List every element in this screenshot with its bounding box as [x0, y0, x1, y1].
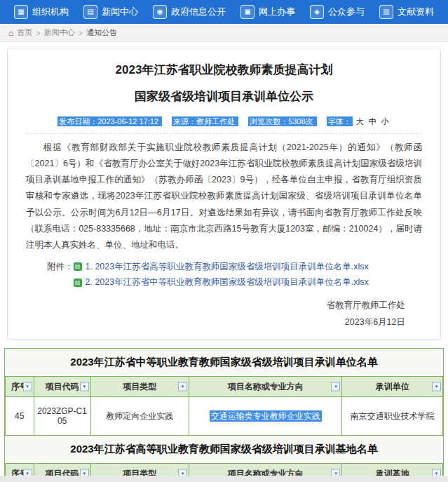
filter-dropdown-icon[interactable]: ▾: [178, 382, 187, 391]
cell-serial: 45: [6, 397, 34, 436]
nav-item-news-center[interactable]: ▤ 新闻中心: [83, 5, 138, 19]
filter-dropdown-icon[interactable]: ▾: [80, 382, 89, 391]
signature-date: 2023年6月12日: [26, 314, 405, 331]
participation-icon: ◈: [310, 5, 324, 19]
article-paragraph: 根据《教育部财政部关于实施职业院校教师素质提高计划（2021-2025年）的通知…: [26, 140, 422, 253]
view-count-value: 5308次: [288, 117, 313, 126]
header-project-type: 项目类型▾: [90, 377, 189, 397]
page-title-line1: 2023年江苏省职业院校教师素质提高计划: [26, 61, 422, 79]
nav-label-news-center: 新闻中心: [102, 6, 138, 18]
nav-label-online-services: 网上办事: [259, 6, 295, 18]
cell-project-code: 2023ZGP-C105: [34, 397, 90, 436]
header-label: 承训单位: [376, 382, 409, 391]
font-size-control: 字体： 大 中 小: [327, 117, 391, 126]
attachment-text-2: 2. 2023年江苏省中等职业教育教师国家级省级培训项目承训单位名单.xlsx: [86, 274, 369, 290]
documents-icon: ▥: [379, 5, 393, 19]
higher-table-title: 2023年江苏省高等职业教育教师国家级省级培训项目承训基地名单: [5, 436, 443, 463]
header-label: 项目代码: [46, 382, 79, 391]
header-project-name: 项目名称或专业方向▾: [189, 377, 342, 397]
article-meta: 发布日期：2023-06-12 17:12 来源：教师工作处 浏览次数：5308…: [26, 116, 422, 134]
filter-dropdown-icon[interactable]: ▾: [432, 382, 441, 391]
secondary-vocational-table: 序号▾ 项目代码▾ 项目类型▾ 项目名称或专业方向▾ 承训单位▾ 45 2023…: [5, 376, 443, 436]
source-value: 教师工作处: [196, 117, 235, 126]
attachment-text-1: 1. 2023年江苏省高等职业教育教师国家级省级培训项目承训单位名单.xlsx: [86, 259, 369, 275]
nav-item-gov-info[interactable]: ◉ 政府信息公开: [153, 5, 226, 19]
nav-item-online-services[interactable]: ▣ 网上办事: [240, 5, 295, 19]
attachments-label: 附件：: [47, 259, 74, 290]
font-size-small[interactable]: 小: [381, 117, 389, 126]
online-services-icon: ▣: [240, 5, 254, 19]
nav-label-organization: 组织机构: [32, 6, 69, 18]
font-size-large[interactable]: 大: [356, 117, 364, 126]
filter-dropdown-icon[interactable]: ▾: [331, 382, 340, 391]
tables-section: 2023年江苏省中等职业教育教师国家级省级培训项目承训单位名单 序号▾ 项目代码…: [4, 348, 444, 482]
header-label: 项目名称或专业方向: [228, 382, 304, 391]
cell-project-name: 交通运输类专业教师企业实践: [189, 397, 342, 436]
excel-file-icon: ▤: [74, 279, 82, 287]
page-bottom-strip: [0, 476, 448, 482]
selected-text: 交通运输类专业教师企业实践: [210, 410, 322, 422]
header-serial: 序号▾: [6, 377, 34, 397]
view-count: 浏览次数：5308次: [248, 116, 317, 126]
attachment-link-2[interactable]: ▤ 2. 2023年江苏省中等职业教育教师国家级省级培训项目承训单位名单.xls…: [74, 274, 369, 290]
breadcrumb-separator: >: [79, 29, 83, 37]
nav-item-public-participation[interactable]: ◈ 公众参与: [310, 5, 365, 19]
signature-org: 省教育厅教师工作处: [26, 297, 405, 314]
nav-item-documents[interactable]: ▥ 文献资料: [379, 5, 434, 19]
breadcrumb-home[interactable]: 首页: [17, 27, 32, 38]
publish-date: 发布日期：2023-06-12 17:12: [57, 116, 162, 126]
nav-label-gov-info: 政府信息公开: [171, 6, 226, 18]
table-header-row: 序号▾ 项目代码▾ 项目类型▾ 项目名称或专业方向▾ 承训单位▾: [6, 377, 443, 397]
header-project-code: 项目代码▾: [34, 377, 90, 397]
breadcrumb: ⌂ 首页 > 新闻中心 > 通知公告: [0, 24, 448, 42]
secondary-table-title: 2023年江苏省中等职业教育教师国家级省级培训项目承训单位名单: [5, 349, 443, 376]
page-title-line2: 国家级省级培训项目承训单位公示: [26, 88, 422, 106]
font-size-medium[interactable]: 中: [369, 117, 376, 126]
breadcrumb-separator: >: [36, 29, 40, 37]
view-count-label: 浏览次数：: [250, 117, 288, 126]
cell-training-unit: 南京交通职业技术学院: [342, 397, 443, 436]
nav-label-public-participation: 公众参与: [328, 6, 365, 18]
header-training-unit: 承训单位▾: [342, 377, 443, 397]
article-panel: 2023年江苏省职业院校教师素质提高计划 国家级省级培训项目承训单位公示 发布日…: [7, 48, 441, 340]
font-size-label: 字体：: [327, 116, 353, 126]
home-icon: ⌂: [8, 28, 13, 38]
attachments-list: ▤ 1. 2023年江苏省高等职业教育教师国家级省级培训项目承训单位名单.xls…: [74, 259, 369, 290]
table-row: 45 2023ZGP-C105 教师定向企业实践 交通运输类专业教师企业实践 南…: [6, 397, 443, 436]
news-icon: ▤: [83, 5, 97, 19]
nav-item-organization[interactable]: ▦ 组织机构: [14, 5, 69, 19]
attachments-block: 附件： ▤ 1. 2023年江苏省高等职业教育教师国家级省级培训项目承训单位名单…: [47, 259, 422, 290]
source: 来源：教师工作处: [172, 116, 238, 126]
signature-block: 省教育厅教师工作处 2023年6月12日: [26, 297, 405, 331]
cell-project-type: 教师定向企业实践: [90, 397, 189, 436]
publish-date-label: 发布日期：: [59, 117, 97, 126]
info-disclosure-icon: ◉: [153, 5, 167, 19]
breadcrumb-news-center[interactable]: 新闻中心: [44, 27, 75, 38]
top-nav: ▦ 组织机构 ▤ 新闻中心 ◉ 政府信息公开 ▣ 网上办事 ◈ 公众参与 ▥ 文…: [0, 0, 448, 24]
publish-date-value: 2023-06-12 17:12: [97, 117, 158, 126]
source-label: 来源：: [173, 117, 196, 126]
organization-icon: ▦: [14, 5, 28, 19]
filter-dropdown-icon[interactable]: ▾: [23, 382, 32, 391]
excel-file-icon: ▤: [74, 262, 82, 271]
breadcrumb-current: 通知公告: [86, 27, 117, 38]
attachment-link-1[interactable]: ▤ 1. 2023年江苏省高等职业教育教师国家级省级培训项目承训单位名单.xls…: [74, 259, 369, 275]
nav-label-documents: 文献资料: [398, 6, 434, 18]
header-label: 项目类型: [123, 382, 156, 391]
